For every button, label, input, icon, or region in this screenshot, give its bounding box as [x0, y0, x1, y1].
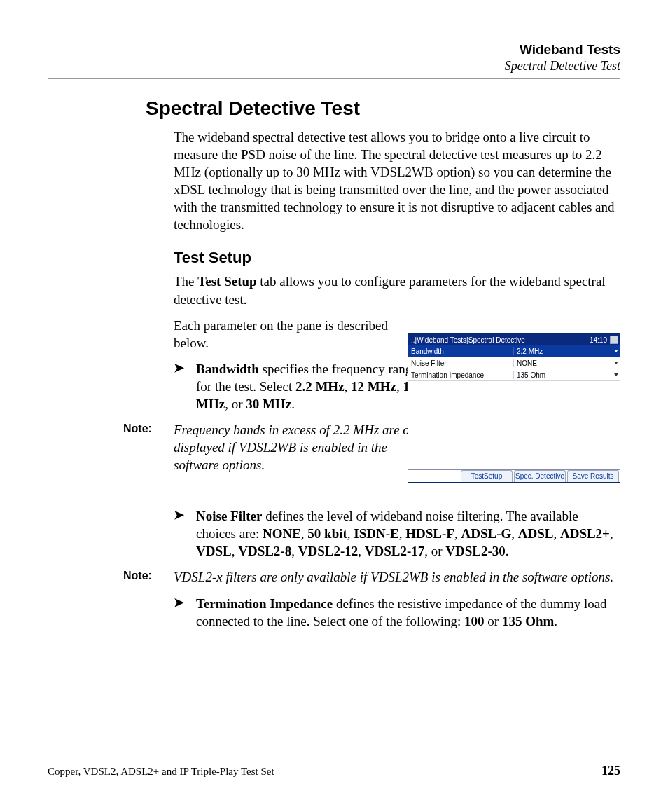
sep: , [291, 544, 298, 558]
sep: , [345, 379, 352, 394]
note-body: VDSL2-x filters are only available if VD… [174, 568, 620, 586]
sep: or [485, 614, 502, 628]
device-row-bandwidth[interactable]: Bandwidth 2.2 MHz [408, 345, 620, 357]
sep: , [232, 544, 239, 558]
opt: ADSL-G [461, 526, 511, 541]
opt: 12 MHz [351, 379, 396, 394]
device-rows: Bandwidth 2.2 MHz Noise Filter NONE Term… [408, 345, 620, 381]
h1-spectral-detective: Spectral Detective Test [146, 97, 620, 120]
row-label: Noise Filter [408, 359, 513, 367]
bullet-bandwidth: ➤ Bandwidth specifies the frequency rang… [174, 360, 433, 413]
device-row-termination-impedance[interactable]: Termination Impedance 135 Ohm [408, 369, 620, 381]
val-text: 135 Ohm [517, 371, 545, 379]
device-screenshot: ..|Wideband Tests|Spectral Detective 14:… [408, 333, 620, 483]
bold-noise-filter: Noise Filter [196, 509, 262, 523]
opt: VDSL [196, 544, 232, 558]
sep: , [396, 379, 403, 394]
note-label: Note: [123, 568, 174, 586]
row-value: 2.2 MHz [513, 347, 620, 355]
dropdown-icon [614, 362, 618, 364]
opt: NONE [263, 526, 301, 541]
sep: , or [225, 397, 246, 411]
sep: , [399, 526, 406, 541]
opt: HDSL-F [405, 526, 454, 541]
opt: 135 Ohm [502, 614, 554, 628]
bullet-body: Termination Impedance defines the resist… [196, 595, 620, 630]
device-titlebar: ..|Wideband Tests|Spectral Detective 14:… [408, 334, 620, 345]
sep: , [511, 526, 518, 541]
device-time: 14:10 [590, 336, 607, 344]
sep: . [506, 544, 509, 558]
header-title: Wideband Tests [48, 42, 620, 57]
page: Wideband Tests Spectral Detective Test S… [0, 0, 668, 812]
footer: Copper, VDSL2, ADSL2+ and IP Triple-Play… [48, 764, 620, 778]
val-text: 2.2 MHz [517, 347, 543, 355]
row-label: Bandwidth [408, 347, 513, 355]
opt: VDSL2-17 [365, 544, 425, 558]
bullet-arrow-icon: ➤ [174, 595, 196, 630]
setup-each: Each parameter on the pane is described … [174, 317, 405, 352]
bullet-termination-impedance: ➤ Termination Impedance defines the resi… [174, 595, 620, 630]
device-tabs: TestSetup Spec. Detective Save Results [408, 469, 620, 482]
bold-termination-impedance: Termination Impedance [196, 596, 333, 611]
bullet-arrow-icon: ➤ [174, 507, 196, 560]
sep: , [358, 544, 365, 558]
opt: 100 [464, 614, 485, 628]
bold-test-setup: Test Setup [197, 274, 256, 289]
sep: , [553, 526, 560, 541]
bold-bandwidth: Bandwidth [196, 362, 259, 376]
note-body: Frequency bands in excess of 2.2 MHz are… [174, 421, 431, 474]
intro-paragraph: The wideband spectral detective test all… [174, 128, 620, 233]
footer-left: Copper, VDSL2, ADSL2+ and IP Triple-Play… [48, 766, 274, 778]
device-title-right: 14:10 [590, 336, 618, 344]
sep: . [554, 614, 557, 628]
bullet-noise-filter: ➤ Noise Filter defines the level of wide… [174, 507, 620, 560]
sep: , or [424, 544, 445, 558]
opt: 2.2 MHz [295, 379, 345, 394]
row-value: NONE [513, 359, 620, 367]
sep: , [610, 526, 613, 541]
device-tab-spec-detective[interactable]: Spec. Detective [514, 470, 566, 482]
note-vdsl2x: Note: VDSL2-x filters are only available… [123, 568, 620, 586]
sep: . [291, 397, 295, 411]
row-label: Termination Impedance [408, 371, 513, 379]
note-label: Note: [123, 421, 174, 474]
page-number: 125 [601, 764, 620, 778]
header-subtitle: Spectral Detective Test [48, 59, 620, 74]
opt: ADSL [518, 526, 554, 541]
opt: VDSL2-8 [238, 544, 291, 558]
text: The [174, 274, 197, 289]
header-rule [48, 78, 620, 79]
device-tab-testsetup[interactable]: TestSetup [461, 470, 513, 482]
sep: , [347, 526, 354, 541]
device-status-icon [610, 336, 618, 344]
device-row-noise-filter[interactable]: Noise Filter NONE [408, 357, 620, 369]
dropdown-icon [614, 373, 618, 376]
device-tab-save-results[interactable]: Save Results [567, 470, 619, 482]
note-frequency-bands: Note: Frequency bands in excess of 2.2 M… [123, 421, 431, 474]
bullet-arrow-icon: ➤ [174, 360, 196, 413]
dropdown-icon [614, 350, 618, 352]
running-header: Wideband Tests Spectral Detective Test [48, 42, 620, 74]
opt: VDSL2-30 [445, 544, 506, 558]
row-value: 135 Ohm [513, 371, 620, 379]
h2-test-setup: Test Setup [174, 249, 620, 267]
bullet-body: Bandwidth specifies the frequency range … [196, 360, 433, 413]
opt: 30 MHz [246, 397, 291, 411]
bullet-body: Noise Filter defines the level of wideba… [196, 507, 620, 560]
opt: ISDN-E [354, 526, 398, 541]
setup-intro: The Test Setup tab allows you to configu… [174, 273, 620, 308]
opt: ADSL2+ [560, 526, 610, 541]
val-text: NONE [517, 359, 537, 367]
sep: , [301, 526, 308, 541]
opt: 50 kbit [307, 526, 347, 541]
opt: VDSL2-12 [298, 544, 359, 558]
device-breadcrumb: ..|Wideband Tests|Spectral Detective [411, 336, 525, 344]
device-tab-blank [409, 470, 459, 482]
